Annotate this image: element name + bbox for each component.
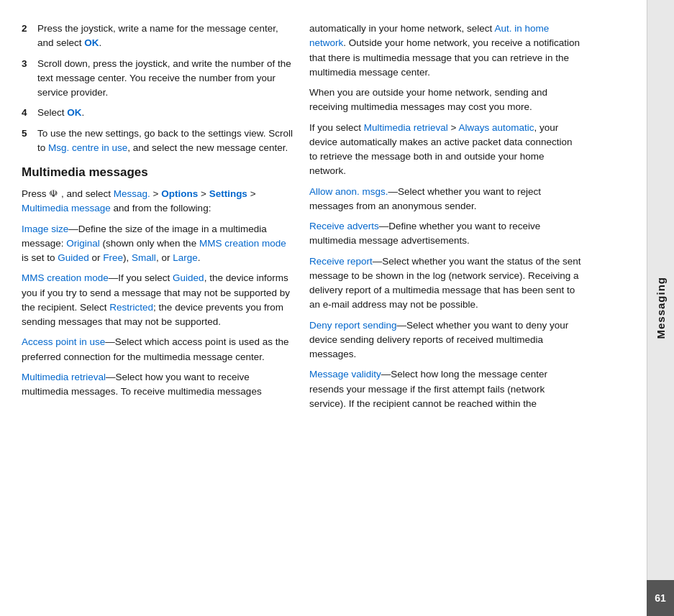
original-link: Original (66, 238, 100, 249)
free-link: Free (103, 252, 123, 263)
step-4-text: Select OK. (37, 106, 295, 120)
large-link: Large (173, 252, 198, 263)
access-point-label: Access point in use (22, 336, 105, 347)
multimedia-retrieval-link2: Multimedia retrieval (364, 122, 448, 133)
right-para-1: automatically in your home network, sele… (309, 22, 583, 80)
term-multimedia-retrieval: Multimedia retrieval—Select how you want… (22, 370, 295, 400)
term-receive-adverts: Receive adverts—Define whether you want … (309, 219, 583, 249)
step-5: 5 To use the new settings, go back to th… (22, 127, 295, 156)
term-allow-anon: Allow anon. msgs.—Select whether you wan… (309, 185, 583, 214)
messag-link: Messag. (114, 188, 150, 199)
options-link: Options (161, 188, 198, 199)
term-message-validity: Message validity—Select how long the mes… (309, 367, 583, 411)
guided-link: Guided (58, 252, 89, 263)
term-deny-report: Deny report sending—Select whether you w… (309, 318, 583, 362)
term-mms-creation: MMS creation mode—If you select Guided, … (22, 271, 295, 329)
step-number-2: 2 (22, 22, 35, 51)
page-number: 61 (655, 592, 666, 604)
settings-link: Settings (209, 188, 247, 199)
term-image-size: Image size—Define the size of the image … (22, 222, 295, 266)
mm-message-link: Multimedia message (22, 203, 111, 213)
left-column: 2 Press the joystick, write a name for t… (22, 22, 295, 594)
restricted-link: Restricted (109, 302, 153, 313)
right-para-2: When you are outside your home network, … (309, 86, 583, 115)
guided-link2: Guided (173, 272, 204, 283)
step-number-3: 3 (22, 57, 35, 101)
step-3: 3 Scroll down, press the joystick, and w… (22, 57, 295, 101)
message-validity-label: Message validity (309, 369, 381, 380)
ok-link-2: OK (67, 107, 81, 118)
step-number-4: 4 (22, 106, 35, 120)
step-3-text: Scroll down, press the joystick, and wri… (37, 57, 295, 101)
step-2: 2 Press the joystick, write a name for t… (22, 22, 295, 51)
deny-report-label: Deny report sending (309, 320, 397, 331)
right-column: automatically in your home network, sele… (309, 22, 583, 594)
image-size-label: Image size (22, 224, 68, 234)
side-tab-label: Messaging (655, 277, 667, 339)
term-receive-report: Receive report—Select whether you want t… (309, 254, 583, 313)
right-para-3: If you select Multimedia retrieval > Alw… (309, 121, 583, 179)
menu-icon: ☫ (49, 188, 58, 199)
small-link: Small (132, 252, 156, 263)
allow-anon-label: Allow anon. msgs. (309, 186, 388, 197)
page-container: 2 Press the joystick, write a name for t… (0, 0, 674, 616)
main-content: 2 Press the joystick, write a name for t… (0, 0, 647, 616)
multimedia-retrieval-label: Multimedia retrieval (22, 372, 106, 382)
aut-home-network-link: Aut. in home network (309, 23, 549, 48)
step-number-5: 5 (22, 127, 35, 156)
multimedia-heading: Multimedia messages (22, 165, 295, 180)
side-tab: Messaging 61 (647, 0, 674, 616)
mms-creation-link: MMS creation mode (199, 238, 286, 249)
page-number-box: 61 (647, 580, 674, 616)
intro-para: Press ☫ , and select Messag. > Options >… (22, 187, 295, 216)
term-access-point: Access point in use—Select which access … (22, 335, 295, 364)
always-automatic-link: Always automatic (458, 122, 534, 133)
step-5-text: To use the new settings, go back to the … (37, 127, 295, 156)
step-4: 4 Select OK. (22, 106, 295, 120)
ok-link-1: OK (84, 37, 99, 48)
msg-centre-link: Msg. centre in use (48, 142, 127, 153)
receive-report-label: Receive report (309, 256, 373, 267)
mms-creation-mode-label: MMS creation mode (22, 272, 109, 283)
step-2-text: Press the joystick, write a name for the… (37, 22, 295, 51)
receive-adverts-label: Receive adverts (309, 221, 379, 231)
